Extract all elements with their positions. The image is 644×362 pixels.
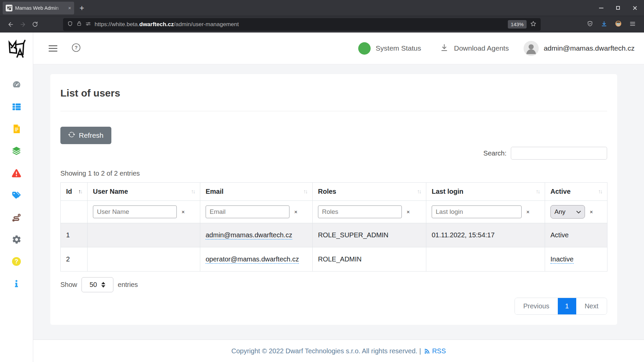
sidebar-item-dashboard-gauge-icon[interactable] <box>11 79 21 89</box>
account-avatar-icon <box>524 41 539 56</box>
entries-label: entries <box>118 281 138 289</box>
minimize-icon[interactable] <box>599 8 603 8</box>
app-header: ? System Status Download Agents <box>33 33 644 64</box>
table-row[interactable]: 1 admin@mamas.dwarftech.cz ROLE_SUPER_AD… <box>61 223 607 247</box>
filter-roles-input[interactable] <box>318 205 402 218</box>
cell-user-name <box>88 223 200 247</box>
column-header-active[interactable]: Active↑↓ <box>545 183 607 201</box>
sidebar: ? <box>0 33 33 362</box>
sort-icon: ↑↓ <box>536 188 539 195</box>
sidebar-item-help-icon[interactable]: ? <box>11 256 21 266</box>
pagination-previous[interactable]: Previous <box>515 298 558 314</box>
lock-icon[interactable] <box>76 21 82 28</box>
downloads-icon[interactable] <box>601 20 607 28</box>
sidebar-item-routes-icon[interactable] <box>11 212 21 222</box>
column-header-email[interactable]: Email↑↓ <box>200 183 313 201</box>
clear-filter-icon[interactable]: × <box>407 209 410 215</box>
window-close-icon[interactable] <box>633 6 637 10</box>
status-green-dot-icon <box>358 42 371 55</box>
svg-text:?: ? <box>15 258 18 265</box>
filter-id-empty <box>61 201 88 223</box>
content-area: List of users Refresh Search: Showing 1 … <box>33 64 644 340</box>
screen: Mamas Web Admin × + <box>0 0 644 362</box>
zoom-level-badge[interactable]: 143% <box>508 20 527 28</box>
filter-email-input[interactable] <box>206 205 289 218</box>
download-agents[interactable]: Download Agents <box>440 43 508 54</box>
account-email: admin@mamas.dwarftech.cz <box>544 44 635 52</box>
tab-close-icon[interactable]: × <box>68 5 71 10</box>
chevron-down-icon <box>576 210 581 214</box>
favicon-icon <box>6 5 12 11</box>
sidebar-item-layers-icon[interactable] <box>11 146 21 156</box>
profile-avatar-icon[interactable] <box>615 20 622 28</box>
pagination-next[interactable]: Next <box>576 298 607 314</box>
cell-id: 2 <box>61 247 88 272</box>
column-header-last-login[interactable]: Last login↑↓ <box>426 183 545 201</box>
footer: Copyright © 2022 Dwarf Technologies s.r.… <box>33 340 644 362</box>
rss-label: RSS <box>432 347 446 355</box>
column-header-roles[interactable]: Roles↑↓ <box>313 183 426 201</box>
sidebar-item-tags-icon[interactable] <box>11 190 21 200</box>
rss-icon <box>424 348 430 354</box>
app-help-icon[interactable]: ? <box>71 43 81 54</box>
sidebar-item-settings-gear-icon[interactable] <box>11 234 21 244</box>
sort-icon: ↑↓ <box>417 188 421 195</box>
menu-hamburger-icon[interactable] <box>629 20 636 28</box>
clear-filter-icon[interactable]: × <box>181 209 185 215</box>
table-row[interactable]: 2 operator@mamas.dwarftech.cz ROLE_ADMIN… <box>61 247 607 272</box>
page-size-select[interactable]: 50 <box>82 277 113 292</box>
sidebar-item-documents-icon[interactable] <box>11 124 21 134</box>
forward-icon[interactable] <box>17 21 29 28</box>
column-header-user-name[interactable]: User Name↑↓ <box>88 183 200 201</box>
download-agents-icon <box>440 43 449 54</box>
cell-email-link[interactable]: admin@mamas.dwarftech.cz <box>206 231 292 240</box>
maximize-icon[interactable] <box>616 6 620 10</box>
browser-tab-bar: Mamas Web Admin × + <box>0 0 644 16</box>
sort-icon: ↑↓ <box>303 188 307 195</box>
browser-toolbar: https://white.beta.dwarftech.cz/admin/us… <box>0 16 644 33</box>
table-filter-row: × × × × Any× <box>61 201 607 223</box>
filter-active-select[interactable]: Any <box>550 205 585 219</box>
back-icon[interactable] <box>5 21 17 28</box>
filter-user-name-input[interactable] <box>93 205 177 218</box>
system-status-label: System Status <box>376 44 421 52</box>
search-row: Search: <box>60 147 607 160</box>
clear-filter-icon[interactable]: × <box>590 209 593 215</box>
mamas-logo <box>6 37 27 61</box>
tracking-protection-shield-icon[interactable] <box>587 20 593 28</box>
search-input[interactable] <box>511 147 607 160</box>
site-settings-sliders-icon[interactable] <box>85 21 91 28</box>
system-status[interactable]: System Status <box>358 42 421 55</box>
pagination-page-1[interactable]: 1 <box>558 298 576 314</box>
app-menu-hamburger-icon[interactable] <box>49 45 57 52</box>
reload-icon[interactable] <box>29 21 41 27</box>
cell-last-login: 01.11.2022, 15:54:17 <box>426 223 545 247</box>
column-header-id[interactable]: Id↑↓ <box>61 183 88 201</box>
cell-user-name <box>88 247 200 272</box>
clear-filter-icon[interactable]: × <box>294 209 298 215</box>
showing-entries-text: Showing 1 to 2 of 2 entries <box>60 170 607 177</box>
app-window: ? ? System Status <box>0 33 644 362</box>
filter-last-login-input[interactable] <box>432 205 522 218</box>
browser-tab-active[interactable]: Mamas Web Admin × <box>3 2 74 14</box>
permissions-shield-icon[interactable] <box>67 21 73 28</box>
refresh-button[interactable]: Refresh <box>60 127 111 144</box>
url-bar[interactable]: https://white.beta.dwarftech.cz/admin/us… <box>63 18 541 31</box>
cell-roles: ROLE_SUPER_ADMIN <box>313 223 426 247</box>
sidebar-item-alerts-warning-icon[interactable] <box>11 168 21 178</box>
sidebar-item-info-icon[interactable] <box>11 279 21 289</box>
account-menu[interactable]: admin@mamas.dwarftech.cz <box>524 41 635 56</box>
window-controls <box>599 6 637 10</box>
new-tab-button[interactable]: + <box>79 4 84 12</box>
cell-active-status-link[interactable]: Inactive <box>550 255 574 264</box>
rss-link[interactable]: RSS <box>424 347 446 355</box>
title-divider <box>60 111 607 111</box>
cell-email-link[interactable]: operator@mamas.dwarftech.cz <box>206 255 299 264</box>
bookmark-star-icon[interactable] <box>530 20 537 28</box>
url-text: https://white.beta.dwarftech.cz/admin/us… <box>95 21 239 28</box>
clear-filter-icon[interactable]: × <box>526 209 530 215</box>
download-agents-label: Download Agents <box>454 44 508 52</box>
tab-title: Mamas Web Admin <box>15 5 65 11</box>
sidebar-item-data-tables-icon[interactable] <box>11 102 21 112</box>
toolbar-extensions <box>587 20 639 28</box>
